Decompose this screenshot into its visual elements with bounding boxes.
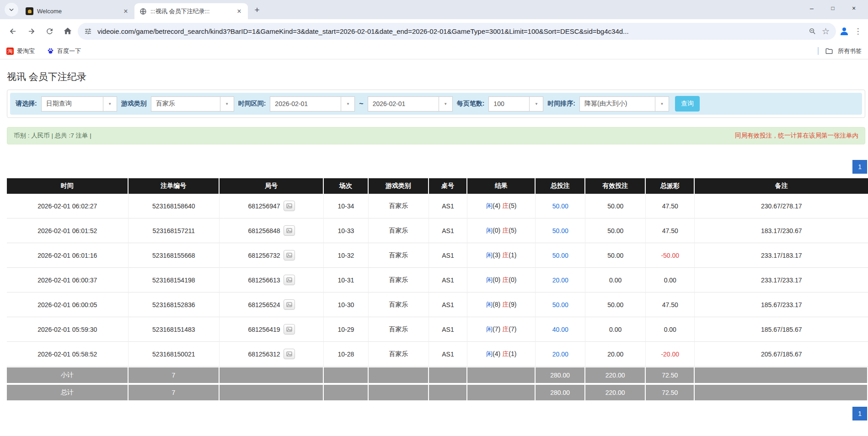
range-separator: ~ — [359, 100, 363, 108]
cell-total-bet: 50.00 — [536, 292, 585, 317]
zoom-icon[interactable] — [809, 27, 816, 35]
address-bar[interactable]: videoie.com/game/betrecord_search/kind3?… — [78, 23, 836, 40]
filter-bar: 请选择: 日期查询 ▼ 游戏类别 百家乐 ▼ 时间区间: 2026-02-01 … — [10, 93, 862, 115]
chevron-down-icon: ▼ — [439, 97, 452, 111]
col-table: 桌号 — [429, 178, 468, 194]
total-bet-link[interactable]: 50.00 — [552, 202, 568, 210]
table-row: 2026-02-01 06:01:52 523168157211 6812568… — [7, 218, 868, 243]
page-number-button[interactable]: 1 — [852, 407, 867, 420]
round-number: 681256732 — [248, 252, 280, 259]
cell-total-bet: 20.00 — [536, 268, 585, 292]
close-window-button[interactable]: × — [843, 5, 864, 12]
cell-total-bet: 50.00 — [536, 218, 585, 243]
round-detail-icon[interactable] — [284, 201, 295, 211]
tab-close-icon[interactable]: × — [235, 7, 243, 16]
cell-result: 闲(4)庄(1) — [467, 342, 536, 367]
round-detail-icon[interactable] — [284, 324, 295, 335]
taobao-icon: 淘 — [6, 48, 14, 55]
subtotal-total-bet: 280.00 — [536, 367, 585, 384]
cell-result: 闲(4)庄(5) — [467, 194, 536, 218]
cell-payout: -20.00 — [646, 342, 695, 367]
date-range-label: 时间区间: — [238, 100, 266, 108]
round-number: 681256524 — [248, 301, 280, 308]
round-detail-icon[interactable] — [284, 275, 295, 285]
new-tab-button[interactable]: + — [251, 4, 263, 16]
tab-close-icon[interactable]: × — [122, 7, 130, 16]
total-count: 7 — [129, 384, 220, 401]
cell-time: 2026-02-01 06:00:05 — [7, 292, 129, 317]
result-banker: 庄 — [502, 276, 509, 283]
bookmark-aitaobao[interactable]: 淘 爱淘宝 — [6, 47, 35, 55]
cell-payout: 0.00 — [646, 268, 695, 292]
reload-button[interactable] — [41, 23, 58, 39]
page-number-button[interactable]: 1 — [852, 160, 867, 174]
total-bet-link[interactable]: 50.00 — [552, 301, 568, 308]
chevron-down-icon — [8, 6, 15, 13]
sort-value: 降冪(由大到小) — [580, 100, 655, 108]
folder-icon — [825, 47, 833, 55]
result-player: 闲 — [486, 325, 493, 333]
tab-welcome[interactable]: Welcome × — [21, 3, 134, 19]
cell-valid-bet: 0.00 — [585, 268, 646, 292]
total-bet-link[interactable]: 20.00 — [552, 351, 568, 358]
cell-valid-bet: 50.00 — [585, 243, 646, 268]
query-type-select[interactable]: 日期查询 ▼ — [41, 96, 117, 112]
url-text[interactable]: videoie.com/game/betrecord_search/kind3?… — [97, 27, 803, 35]
forward-button[interactable] — [23, 23, 39, 39]
bookmark-star-icon[interactable]: ☆ — [822, 27, 830, 36]
round-detail-icon[interactable] — [284, 349, 295, 359]
game-kind-select[interactable]: 百家乐 ▼ — [151, 96, 234, 112]
cell-session: 10-32 — [324, 243, 369, 268]
page-content: 视讯 会员下注纪录 请选择: 日期查询 ▼ 游戏类别 百家乐 ▼ 时间区间: 2… — [0, 70, 868, 420]
cell-game-type: 百家乐 — [369, 243, 429, 268]
page-size-label: 每页笔数: — [457, 100, 485, 108]
cell-total-bet: 20.00 — [536, 342, 585, 367]
tab-strip: Welcome × :::视讯 会员下注纪录::: × + – □ × — [0, 0, 868, 19]
cell-bet-id: 523168155668 — [129, 243, 220, 268]
search-button[interactable]: 查询 — [675, 96, 700, 112]
round-detail-icon[interactable] — [284, 225, 295, 236]
sort-select[interactable]: 降冪(由大到小) ▼ — [579, 96, 669, 112]
cell-valid-bet: 0.00 — [585, 317, 646, 342]
tab-search-button[interactable] — [5, 3, 18, 16]
total-bet-link[interactable]: 20.00 — [552, 276, 568, 284]
game-kind-value: 百家乐 — [151, 100, 220, 108]
total-bet-link[interactable]: 50.00 — [552, 227, 568, 234]
bookmark-label: 百度一下 — [57, 47, 81, 55]
home-button[interactable] — [59, 23, 76, 39]
all-bookmarks-label[interactable]: 所有书签 — [838, 47, 862, 55]
minimize-button[interactable]: – — [801, 5, 822, 12]
bookmark-label: 爱淘宝 — [17, 47, 35, 55]
bookmark-baidu[interactable]: 百度一下 — [47, 47, 81, 55]
result-banker: 庄 — [502, 227, 509, 234]
round-number: 681256419 — [248, 326, 280, 333]
pagination-bottom: 1 — [0, 407, 867, 420]
browser-menu-icon[interactable]: ⋮ — [852, 27, 863, 36]
round-detail-icon[interactable] — [284, 299, 295, 310]
date-start-select[interactable]: 2026-02-01 ▼ — [270, 96, 355, 112]
total-bet-link[interactable]: 40.00 — [552, 326, 568, 333]
col-time: 时间 — [7, 178, 129, 194]
back-button[interactable] — [5, 23, 21, 39]
table-row: 2026-02-01 06:01:16 523168155668 6812567… — [7, 243, 868, 268]
col-valid-bet: 有效投注 — [585, 178, 646, 194]
page-size-select[interactable]: 100 ▼ — [488, 96, 543, 112]
cell-total-bet: 40.00 — [536, 317, 585, 342]
window-controls: – □ × — [801, 0, 864, 16]
tab-bet-record[interactable]: :::视讯 会员下注纪录::: × — [134, 3, 248, 19]
site-settings-icon[interactable] — [84, 27, 92, 35]
profile-avatar[interactable] — [838, 25, 851, 37]
cell-table-no: AS1 — [429, 317, 468, 342]
cell-bet-id: 523168151483 — [129, 317, 220, 342]
select-type-label: 请选择: — [16, 100, 37, 108]
subtotal-count: 7 — [129, 367, 220, 384]
total-row: 总计 7 280.00 220.00 72.50 — [7, 384, 868, 401]
cell-round: 681256419 — [220, 317, 324, 342]
maximize-button[interactable]: □ — [822, 5, 843, 11]
cell-payout: -50.00 — [646, 243, 695, 268]
person-icon — [839, 26, 850, 37]
round-detail-icon[interactable] — [284, 250, 295, 261]
total-bet-link[interactable]: 50.00 — [552, 252, 568, 259]
col-result: 结果 — [467, 178, 536, 194]
date-end-select[interactable]: 2026-02-01 ▼ — [368, 96, 453, 112]
